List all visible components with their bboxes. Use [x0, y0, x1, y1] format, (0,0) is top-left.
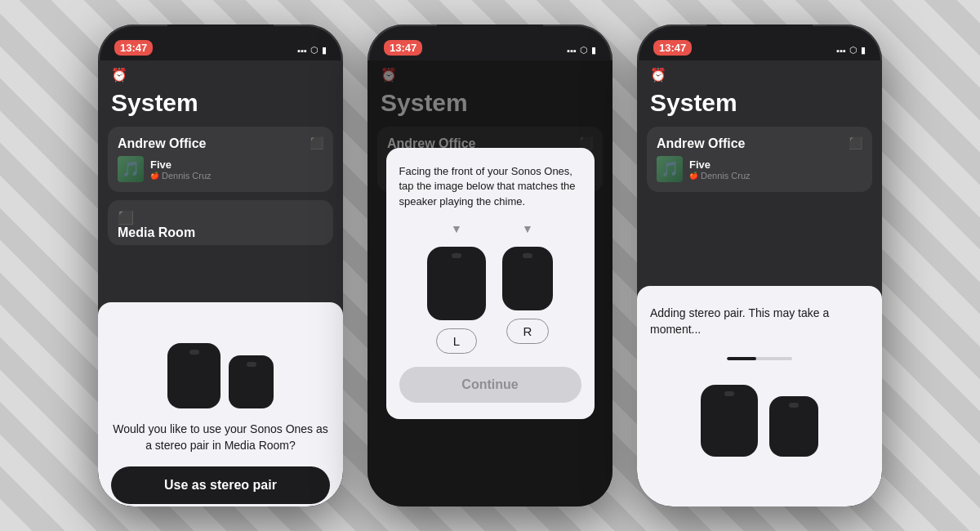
track-info-3: Five 🍎 Dennis Cruz	[689, 158, 862, 181]
track-name-1: Five	[150, 158, 323, 171]
screen-1: ⏰ System ⬛ Andrew Office 🎵 Five 🍎 Dennis…	[98, 60, 343, 506]
speakers-image-1	[111, 319, 330, 408]
status-icons-3: ▪▪▪ ⬡ ▮	[836, 45, 866, 56]
continue-button[interactable]: Continue	[399, 367, 581, 403]
right-arrow-icon: ▼	[522, 222, 533, 235]
status-time-3: 13:47	[653, 40, 692, 56]
left-speaker-choice[interactable]: ▼ L	[427, 222, 486, 354]
phone-3: 13:47 ▪▪▪ ⬡ ▮ ⏰ System ⬛ Andrew Office 🎵…	[637, 25, 882, 506]
battery-icon: ▮	[322, 45, 327, 56]
room-name-2: Media Room	[118, 225, 323, 240]
status-icons-2: ▪▪▪ ⬡ ▮	[567, 45, 596, 56]
left-speaker-button[interactable]: L	[436, 328, 477, 354]
status-bar-3: 13:47 ▪▪▪ ⬡ ▮	[637, 25, 882, 60]
right-speaker-image	[502, 247, 553, 310]
status-bar-1: 13:47 ▪▪▪ ⬡ ▮	[98, 25, 343, 60]
track-name-3: Five	[689, 158, 862, 171]
use-as-stereo-button[interactable]: Use as stereo pair	[111, 466, 330, 504]
speaker-selection-dialog: Facing the front of your Sonos Ones, tap…	[386, 148, 595, 419]
status-icons-1: ▪▪▪ ⬡ ▮	[297, 45, 327, 56]
adding-stereo-sheet: Adding stereo pair. This may take a mome…	[637, 286, 882, 506]
room-name-1: Andrew Office	[118, 136, 323, 151]
dialog-instruction: Facing the front of your Sonos Ones, tap…	[399, 164, 581, 209]
speaker-choice-row: ▼ L ▼ R	[399, 222, 581, 354]
progress-bar-wrap	[650, 357, 869, 360]
status-time-2: 13:47	[384, 40, 422, 56]
bookmark-icon-1: ⬛	[310, 136, 323, 149]
dialog-overlay: Facing the front of your Sonos Ones, tap…	[368, 60, 612, 506]
media-room-card[interactable]: ⬛ Media Room	[108, 200, 333, 245]
left-speaker-image	[427, 247, 486, 320]
adding-speaker-left	[701, 385, 758, 457]
andrew-office-card-3[interactable]: ⬛ Andrew Office 🎵 Five 🍎 Dennis Cruz	[647, 127, 872, 192]
battery-icon-3: ▮	[861, 45, 866, 56]
left-arrow-icon: ▼	[451, 222, 462, 235]
phone-1: 13:47 ▪▪▪ ⬡ ▮ ⏰ System ⬛ Andrew Office 🎵…	[98, 25, 343, 506]
screen-topbar-1: ⏰	[98, 60, 343, 86]
right-speaker-button[interactable]: R	[506, 319, 550, 344]
alarm-icon-3: ⏰	[650, 67, 666, 83]
album-art-3: 🎵	[657, 156, 683, 182]
wifi-icon: ⬡	[310, 45, 318, 56]
andrew-office-card[interactable]: ⬛ Andrew Office 🎵 Five 🍎 Dennis Cruz	[108, 127, 333, 192]
bottom-sheet-1: Would you like to use your Sonos Ones as…	[98, 302, 343, 506]
phone-2: 13:47 ▪▪▪ ⬡ ▮ ⏰ System ⬛ Andrew Office 🎵…	[368, 25, 612, 506]
adding-text: Adding stereo pair. This may take a mome…	[650, 306, 869, 337]
speakers-adding	[650, 385, 869, 457]
page-title-3: System	[637, 86, 882, 127]
signal-icon-2: ▪▪▪	[567, 46, 577, 56]
bookmark-icon-4: ⬛	[849, 136, 862, 149]
signal-icon-3: ▪▪▪	[836, 46, 846, 56]
wifi-icon-3: ⬡	[849, 45, 858, 56]
track-artist-1: 🍎 Dennis Cruz	[150, 171, 323, 181]
screen-topbar-3: ⏰	[637, 60, 882, 86]
status-time-1: 13:47	[114, 40, 153, 56]
right-speaker-choice[interactable]: ▼ R	[502, 222, 553, 354]
battery-icon-2: ▮	[591, 45, 596, 56]
room-name-4: Andrew Office	[657, 136, 862, 151]
progress-bar	[727, 357, 792, 360]
status-bar-2: 13:47 ▪▪▪ ⬡ ▮	[368, 25, 612, 60]
bookmark-icon-2: ⬛	[118, 211, 134, 225]
track-info-1: Five 🍎 Dennis Cruz	[150, 158, 323, 181]
progress-fill	[727, 357, 756, 360]
track-row-1: 🎵 Five 🍎 Dennis Cruz	[118, 156, 323, 182]
page-title-1: System	[98, 86, 343, 127]
speaker-right-1	[229, 355, 274, 408]
track-row-3: 🎵 Five 🍎 Dennis Cruz	[657, 156, 862, 182]
wifi-icon-2: ⬡	[580, 45, 588, 56]
track-artist-3: 🍎 Dennis Cruz	[689, 171, 862, 181]
speaker-left-1	[167, 343, 220, 408]
stereo-question: Would you like to use your Sonos Ones as…	[111, 422, 330, 453]
album-art-1: 🎵	[118, 156, 144, 182]
screen-3: ⏰ System ⬛ Andrew Office 🎵 Five 🍎 Dennis…	[637, 60, 882, 506]
alarm-icon-1: ⏰	[111, 67, 127, 83]
signal-icon: ▪▪▪	[297, 46, 307, 56]
adding-speaker-right	[769, 396, 818, 457]
screen-2: ⏰ System ⬛ Andrew Office 🎵 Five 🍎 Dennis…	[368, 60, 612, 506]
